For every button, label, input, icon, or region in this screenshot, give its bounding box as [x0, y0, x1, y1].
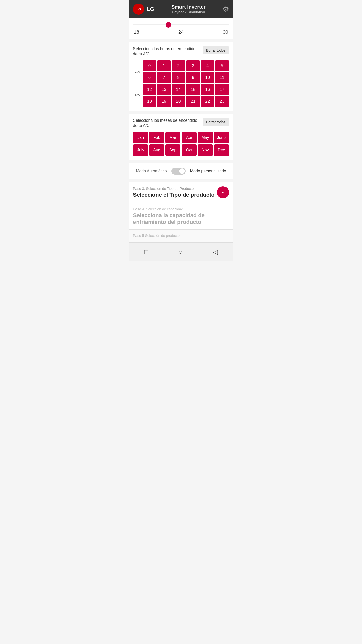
hour-button-16[interactable]: 16 [201, 84, 214, 95]
settings-icon[interactable]: ⚙ [223, 5, 229, 13]
step3-content: Paso 3. Seleccion de Tipo de Producto Se… [133, 187, 215, 198]
hour-button-13[interactable]: 13 [157, 84, 171, 95]
app-header: LG LG Smart Inverter Payback Simulation … [129, 0, 233, 18]
month-button-feb[interactable]: Feb [149, 132, 164, 143]
step3-small-label: Paso 3. Seleccion de Tipo de Producto [133, 187, 215, 191]
hours-section-label: Selecciona las horas de encendido de tu … [133, 46, 200, 57]
hour-button-2[interactable]: 2 [172, 60, 186, 71]
months-clear-button[interactable]: Borrar todos [203, 118, 229, 126]
hours-grid: 01234567891011121314151617181920212223 [143, 60, 229, 107]
logo-area: LG LG [133, 4, 154, 15]
step5-section: Paso 5 Selección de producto [129, 229, 233, 242]
bottom-nav: □ ○ ◁ [129, 242, 233, 261]
hour-button-12[interactable]: 12 [143, 84, 156, 95]
lg-brand-text: LG [147, 6, 154, 12]
am-label: AM [133, 70, 141, 74]
hour-button-11[interactable]: 11 [215, 72, 229, 83]
hour-button-22[interactable]: 22 [201, 96, 214, 107]
hour-button-17[interactable]: 17 [215, 84, 229, 95]
step4-title: Selecciona la capacidad de enfriamiento … [133, 212, 229, 225]
nav-square-button[interactable]: □ [139, 246, 153, 258]
step5-small-label: Paso 5 Selección de producto [133, 234, 229, 238]
lg-logo: LG [133, 4, 144, 15]
step3-row: Paso 3. Seleccion de Tipo de Producto Se… [133, 186, 229, 198]
app-subtitle: Payback Simulation [154, 10, 223, 14]
month-button-may[interactable]: May [198, 132, 213, 143]
month-button-oct[interactable]: Oct [182, 144, 197, 156]
slider-track[interactable] [133, 21, 229, 29]
month-button-dec[interactable]: Dec [214, 144, 229, 156]
hour-button-4[interactable]: 4 [201, 60, 214, 71]
nav-home-button[interactable]: ○ [173, 246, 188, 258]
hour-button-19[interactable]: 19 [157, 96, 171, 107]
slider-label-30: 30 [223, 30, 228, 35]
step4-section: Paso 4. Selección de capacidad Seleccion… [129, 203, 233, 229]
toggle-row: Modo Automático Modo personalizado [129, 163, 233, 179]
mode-toggle[interactable] [171, 168, 186, 175]
months-section: Selecciona los meses de encendido de tu … [129, 114, 233, 160]
slider-thumb[interactable] [166, 22, 171, 28]
slider-rail [133, 25, 229, 25]
month-button-mar[interactable]: Mar [165, 132, 180, 143]
month-button-sep[interactable]: Sep [165, 144, 180, 156]
hour-button-9[interactable]: 9 [186, 72, 200, 83]
slider-label-24: 24 [178, 30, 184, 35]
hour-button-1[interactable]: 1 [157, 60, 171, 71]
header-title: Smart Inverter Payback Simulation [154, 4, 223, 14]
hours-grid-container: AM PM 0123456789101112131415161718192021… [133, 60, 229, 107]
month-button-june[interactable]: June [214, 132, 229, 143]
slider-label-18: 18 [134, 30, 139, 35]
hour-button-6[interactable]: 6 [143, 72, 156, 83]
pm-label: PM [133, 93, 141, 97]
hour-button-7[interactable]: 7 [157, 72, 171, 83]
custom-mode-label: Modo personalizado [190, 169, 226, 173]
hours-section: Selecciona las horas de encendido de tu … [129, 42, 233, 111]
step3-section: Paso 3. Seleccion de Tipo de Producto Se… [129, 182, 233, 203]
ampm-labels: AM PM [133, 60, 141, 107]
hour-button-8[interactable]: 8 [172, 72, 186, 83]
month-button-aug[interactable]: Aug [149, 144, 164, 156]
hours-section-header: Selecciona las horas de encendido de tu … [133, 46, 229, 57]
hour-button-23[interactable]: 23 [215, 96, 229, 107]
hours-clear-button[interactable]: Borrar todos [203, 46, 229, 54]
month-button-nov[interactable]: Nov [198, 144, 213, 156]
app-title: Smart Inverter [154, 4, 223, 10]
hour-button-20[interactable]: 20 [172, 96, 186, 107]
month-button-jan[interactable]: Jan [133, 132, 148, 143]
hour-button-5[interactable]: 5 [215, 60, 229, 71]
months-section-header: Selecciona los meses de encendido de tu … [133, 118, 229, 129]
step4-small-label: Paso 4. Selección de capacidad [133, 207, 229, 211]
months-section-label: Selecciona los meses de encendido de tu … [133, 118, 200, 129]
month-button-apr[interactable]: Apr [182, 132, 197, 143]
hour-button-10[interactable]: 10 [201, 72, 214, 83]
months-grid: JanFebMarAprMayJuneJulyAugSepOctNovDec [133, 132, 229, 156]
step3-expand-button[interactable] [217, 186, 229, 198]
hour-button-3[interactable]: 3 [186, 60, 200, 71]
nav-back-button[interactable]: ◁ [208, 246, 223, 258]
hour-button-21[interactable]: 21 [186, 96, 200, 107]
hour-button-18[interactable]: 18 [143, 96, 156, 107]
slider-area: 18 24 30 [129, 18, 233, 39]
hour-button-15[interactable]: 15 [186, 84, 200, 95]
hour-button-0[interactable]: 0 [143, 60, 156, 71]
month-button-july[interactable]: July [133, 144, 148, 156]
hour-button-14[interactable]: 14 [172, 84, 186, 95]
chevron-down-icon [220, 189, 226, 195]
auto-mode-label: Modo Automático [136, 169, 167, 173]
slider-labels: 18 24 30 [133, 30, 229, 35]
step3-title: Seleccione el Tipo de producto [133, 192, 215, 198]
toggle-thumb [179, 168, 185, 174]
